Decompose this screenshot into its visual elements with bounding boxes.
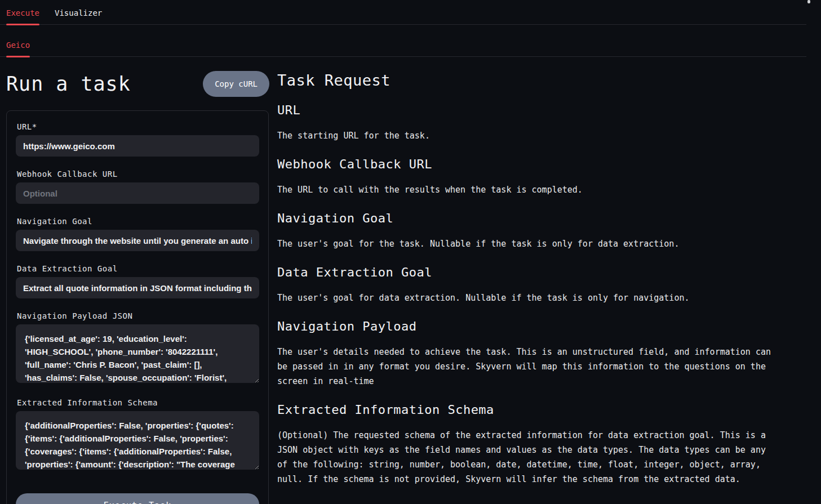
- doc-body-data-extraction-goal: The user's goal for data extraction. Nul…: [277, 291, 779, 305]
- task-form-header: Run a task Copy cURL: [6, 68, 269, 100]
- doc-heading-extracted-information-schema: Extracted Information Schema: [277, 403, 807, 417]
- field-group-url: URL*: [16, 122, 259, 157]
- doc-section-navigation-goal: Navigation Goal The user's goal for the …: [277, 211, 807, 251]
- field-group-navigation-payload: Navigation Payload JSON {'licensed_at_ag…: [16, 311, 259, 385]
- doc-section-extracted-information-schema: Extracted Information Schema (Optional) …: [277, 403, 807, 487]
- doc-section-data-extraction-goal: Data Extraction Goal The user's goal for…: [277, 265, 807, 305]
- page-scrollbar-thumb[interactable]: [807, 0, 810, 3]
- field-group-navigation-goal: Navigation Goal: [16, 217, 259, 251]
- doc-body-webhook-callback-url: The URL to call with the results when th…: [277, 182, 779, 197]
- doc-body-extracted-information-schema: (Optional) The requested schema of the e…: [277, 428, 779, 487]
- extracted-information-schema-textarea[interactable]: {'additionalProperties': False, 'propert…: [16, 411, 259, 470]
- tab-geico[interactable]: Geico: [6, 41, 30, 56]
- secondary-tabbar: Geico: [0, 25, 806, 57]
- doc-body-url: The starting URL for the task.: [277, 128, 779, 143]
- data-extraction-goal-input[interactable]: [16, 277, 259, 298]
- primary-tabbar: Execute Visualizer: [0, 0, 806, 25]
- execute-task-button[interactable]: Execute Task: [16, 493, 259, 504]
- navigation-payload-json-textarea[interactable]: {'licensed_at_age': 19, 'education_level…: [16, 324, 259, 383]
- doc-body-navigation-payload: The user's details needed to achieve the…: [277, 345, 779, 389]
- copy-curl-button[interactable]: Copy cURL: [203, 71, 269, 97]
- webhook-callback-url-label: Webhook Callback URL: [17, 170, 259, 179]
- task-form-panel: Run a task Copy cURL URL* Webhook Callba…: [6, 68, 269, 504]
- doc-heading-navigation-payload: Navigation Payload: [277, 319, 807, 333]
- navigation-payload-json-label: Navigation Payload JSON: [17, 311, 259, 320]
- doc-body-navigation-goal: The user's goal for the task. Nullable i…: [277, 237, 779, 251]
- doc-heading-navigation-goal: Navigation Goal: [277, 211, 807, 225]
- field-group-webhook: Webhook Callback URL: [16, 170, 259, 204]
- doc-section-url: URL The starting URL for the task.: [277, 103, 807, 143]
- extracted-information-schema-label: Extracted Information Schema: [17, 398, 259, 407]
- webhook-callback-url-input[interactable]: [16, 182, 259, 204]
- docs-title: Task Request: [277, 72, 807, 89]
- task-request-docs-panel: Task Request URL The starting URL for th…: [277, 68, 807, 504]
- data-extraction-goal-label: Data Extraction Goal: [17, 264, 259, 273]
- doc-heading-url: URL: [277, 103, 807, 117]
- page-title: Run a task: [6, 73, 131, 95]
- url-label: URL*: [17, 122, 259, 131]
- url-input[interactable]: [16, 135, 259, 157]
- doc-section-webhook-callback-url: Webhook Callback URL The URL to call wit…: [277, 157, 807, 197]
- doc-section-navigation-payload: Navigation Payload The user's details ne…: [277, 319, 807, 389]
- navigation-goal-label: Navigation Goal: [17, 217, 259, 226]
- doc-heading-data-extraction-goal: Data Extraction Goal: [277, 265, 807, 279]
- doc-heading-webhook-callback-url: Webhook Callback URL: [277, 157, 807, 171]
- tab-visualizer[interactable]: Visualizer: [55, 8, 102, 24]
- task-form-card: URL* Webhook Callback URL Navigation Goa…: [6, 110, 269, 504]
- main-content: Run a task Copy cURL URL* Webhook Callba…: [0, 57, 821, 504]
- tab-execute[interactable]: Execute: [6, 8, 39, 24]
- field-group-data-extraction-goal: Data Extraction Goal: [16, 264, 259, 298]
- field-group-extracted-schema: Extracted Information Schema {'additiona…: [16, 398, 259, 472]
- navigation-goal-input[interactable]: [16, 230, 259, 251]
